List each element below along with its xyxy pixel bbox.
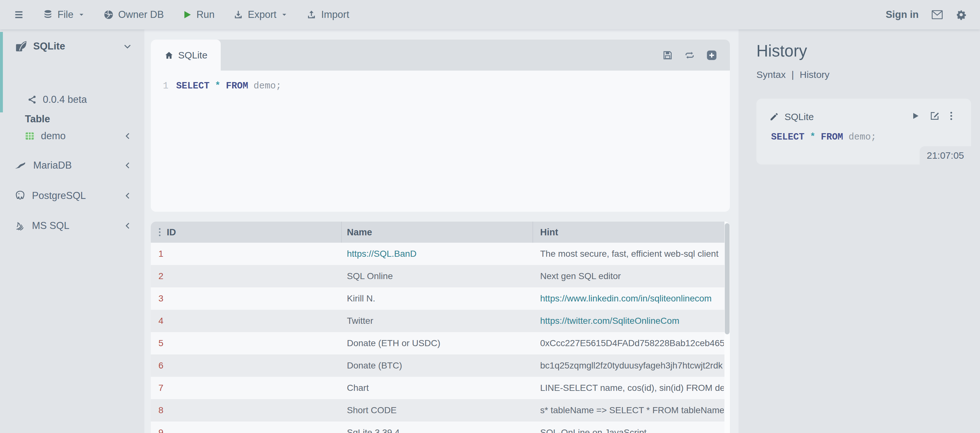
table-row[interactable]: 2 SQL Online Next gen SQL editor (151, 265, 724, 287)
chevron-left-icon[interactable] (123, 161, 132, 170)
results-body: 1 https://SQL.BanD The most secure, fast… (151, 243, 730, 433)
history-panel: History Syntax | History SQLite (738, 29, 980, 433)
cell-name: Donate (BTC) (342, 360, 533, 371)
export-menu[interactable]: Export (233, 9, 288, 21)
cell-hint: LINE-SELECT name, cos(id), sin(id) FROM … (533, 383, 724, 393)
main-content: SQLite (145, 29, 738, 433)
add-tab-icon[interactable] (706, 50, 717, 61)
save-icon[interactable] (662, 50, 673, 61)
cell-name: SQL Online (342, 271, 533, 281)
sql-identifier: demo; (848, 132, 876, 143)
cell-id: 2 (151, 271, 342, 281)
history-entry-engine: SQLite (784, 111, 814, 122)
chevron-left-icon[interactable] (123, 132, 132, 141)
results-scrollbar-thumb[interactable] (725, 223, 730, 334)
export-label: Export (248, 9, 277, 21)
cell-id: 9 (151, 428, 342, 433)
file-menu[interactable]: File (43, 9, 85, 21)
sign-in-button[interactable]: Sign in (886, 9, 919, 21)
tab-syntax[interactable]: Syntax (756, 69, 786, 80)
refresh-repeat-icon[interactable] (684, 50, 695, 61)
cell-name: Twitter (342, 316, 533, 326)
chevron-down-icon[interactable] (123, 41, 132, 51)
column-hint-label: Hint (540, 227, 558, 238)
mariadb-seal-icon (14, 160, 27, 171)
sidebar-item-version[interactable]: 0.0.4 beta (0, 92, 145, 107)
column-header-id[interactable]: ID (151, 222, 342, 243)
sql-operator-star: * (215, 81, 220, 91)
import-button[interactable]: Import (306, 9, 349, 21)
sidebar-item-demo-table[interactable]: demo (0, 128, 145, 144)
topbar: File Owner DB Run Export (0, 0, 980, 29)
tab-history[interactable]: History (800, 69, 830, 80)
cell-name: Donate (ETH or USDC) (342, 338, 533, 348)
table-row[interactable]: 8 Short CODE s* tableName => SELECT * FR… (151, 399, 724, 422)
gear-icon[interactable] (956, 9, 967, 20)
column-name-label: Name (347, 227, 372, 238)
hamburger-menu-icon[interactable] (13, 10, 24, 19)
column-header-hint[interactable]: Hint (533, 222, 724, 243)
chevron-left-icon[interactable] (123, 191, 132, 200)
table-row[interactable]: 7 Chart LINE-SELECT name, cos(id), sin(i… (151, 377, 724, 399)
history-entry-card[interactable]: SQLite SELECT*FROMdemo; 21:07:05 (756, 99, 971, 165)
table-row[interactable]: 9 SqLite 3.39.4 SQL-OnLine on JavaScript (151, 422, 724, 433)
sidebar-item-mariadb[interactable]: MariaDB (0, 158, 145, 173)
play-icon[interactable] (911, 111, 920, 121)
history-tabs: Syntax | History (756, 69, 980, 80)
sidebar-item-sqlite[interactable]: SQLite (0, 39, 145, 54)
sidebar-item-postgresql[interactable]: PostgreSQL (0, 188, 145, 203)
drag-dots-icon[interactable] (158, 227, 162, 237)
sidebar-version-label: 0.0.4 beta (43, 94, 87, 105)
edit-icon[interactable] (929, 111, 940, 121)
sql-keyword-from: FROM (821, 132, 843, 143)
table-row[interactable]: 6 Donate (BTC) bc1q25zqmgll2fz0tyduusyfa… (151, 354, 724, 377)
sql-operator-star: * (810, 132, 815, 143)
cell-hint: SQL-OnLine on JavaScript (533, 428, 724, 433)
cell-id: 8 (151, 405, 342, 416)
sidebar-item-mssql[interactable]: MS SQL (0, 218, 145, 233)
results-scrollbar[interactable] (724, 222, 730, 433)
history-entry-actions (911, 111, 953, 121)
run-button[interactable]: Run (182, 9, 215, 21)
sidebar-demo-label: demo (41, 130, 66, 142)
mail-icon[interactable] (931, 10, 943, 19)
table-row[interactable]: 1 https://SQL.BanD The most secure, fast… (151, 243, 724, 265)
column-id-label: ID (167, 227, 176, 238)
kebab-menu-icon[interactable] (949, 111, 953, 121)
chevron-down-icon (281, 11, 288, 18)
cell-hint: 0xCcc227E5615D4FADd758228Bab12ceb465... (533, 338, 724, 348)
sql-editor[interactable]: 1SELECT*FROMdemo; (151, 71, 730, 91)
cell-hint: https://www.linkedin.com/in/sqliteonline… (533, 293, 724, 304)
sidebar-postgresql-label: PostgreSQL (32, 190, 86, 201)
database-icon (43, 9, 53, 20)
cell-id: 3 (151, 293, 342, 304)
upload-icon (306, 10, 317, 20)
cell-id: 4 (151, 316, 342, 326)
pencil-icon (769, 112, 779, 122)
cell-name: Short CODE (342, 405, 533, 416)
editor-card: SQLite (151, 40, 730, 212)
sqlite-feather-icon (15, 40, 27, 53)
column-header-name[interactable]: Name (342, 222, 533, 243)
import-label: Import (321, 9, 349, 21)
sidebar-section-table: Table (0, 111, 145, 127)
cell-name: Chart (342, 383, 533, 393)
home-icon (164, 51, 174, 60)
chevron-left-icon[interactable] (123, 221, 132, 230)
editor-tabbar: SQLite (151, 40, 730, 71)
cell-id: 6 (151, 360, 342, 371)
table-row[interactable]: 3 Kirill N. https://www.linkedin.com/in/… (151, 287, 724, 310)
sidebar-sqlite-label: SQLite (33, 41, 65, 52)
table-row[interactable]: 4 Twitter https://twitter.com/SqliteOnli… (151, 310, 724, 332)
sql-identifier: demo; (254, 81, 282, 91)
tab-actions (662, 40, 717, 71)
owner-db-button[interactable]: Owner DB (103, 9, 164, 21)
results-header: ID Name Hint (151, 222, 724, 243)
tab-sqlite[interactable]: SQLite (151, 40, 221, 71)
cell-id: 1 (151, 249, 342, 259)
cell-hint: The most secure, fast, efficient web-sql… (533, 249, 724, 259)
table-row[interactable]: 5 Donate (ETH or USDC) 0xCcc227E5615D4FA… (151, 332, 724, 354)
cell-hint: https://twitter.com/SqliteOnlineCom (533, 316, 724, 326)
share-icon (27, 95, 37, 105)
history-entry-sql: SELECT*FROMdemo; (771, 132, 876, 143)
